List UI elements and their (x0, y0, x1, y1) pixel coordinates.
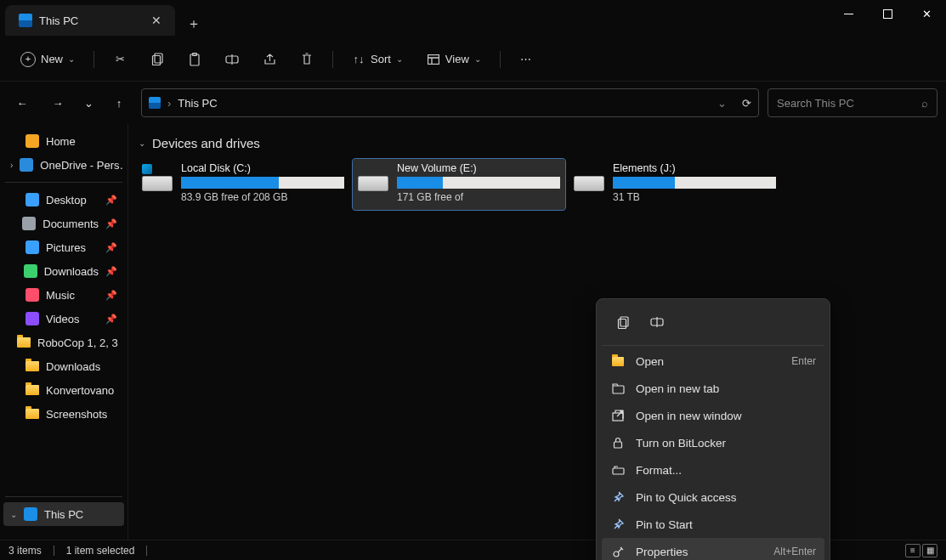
chevron-down-icon: ⌄ (68, 54, 75, 64)
drives-list: Local Disk (C:) 83.9 GB free of 208 GB N… (137, 159, 938, 210)
tiles-view-button[interactable]: ▦ (922, 544, 938, 557)
sidebar-item-this-pc[interactable]: ⌄ This PC (3, 502, 124, 526)
sort-button[interactable]: ↑↓ Sort ⌄ (343, 48, 411, 71)
svg-rect-3 (152, 56, 160, 65)
new-tab-button[interactable]: ＋ (175, 5, 212, 43)
view-button[interactable]: View ⌄ (418, 48, 490, 71)
address-bar[interactable]: › This PC ⌄ ⟳ (141, 88, 759, 117)
close-tab-icon[interactable]: ✕ (151, 14, 161, 27)
svg-rect-11 (613, 386, 624, 393)
pin-icon: 📌 (105, 195, 117, 206)
copy-icon (150, 53, 164, 66)
drive-item[interactable]: Elements (J:) 31 TB (569, 159, 781, 210)
window-controls: ✕ (829, 0, 946, 27)
delete-button[interactable] (292, 48, 322, 71)
ctx-lock[interactable]: Turn on BitLocker (602, 429, 824, 456)
chevron-down-icon: ⌄ (396, 54, 403, 64)
this-pc-icon (19, 14, 32, 27)
sidebar-item-home[interactable]: Home (3, 129, 124, 153)
sort-icon: ↑↓ (352, 53, 365, 66)
music-icon (25, 288, 39, 302)
drive-name: Elements (J:) (613, 162, 776, 174)
home-icon (25, 134, 39, 148)
ellipsis-icon: ⋯ (519, 53, 533, 66)
ctx-pin[interactable]: Pin to Start (602, 511, 824, 538)
ctx-pin[interactable]: Pin to Quick access (602, 484, 824, 511)
details-view-button[interactable]: ≡ (905, 544, 921, 557)
svg-rect-13 (615, 442, 622, 448)
sidebar-item-onedrive[interactable]: › OneDrive - Pers… (3, 153, 124, 177)
copy-button[interactable] (142, 48, 173, 71)
ctx-copy-button[interactable] (609, 309, 637, 335)
ctx-rename-button[interactable] (643, 309, 671, 335)
maximize-button[interactable] (868, 0, 907, 27)
chevron-right-icon: › (10, 161, 13, 170)
folder-icon (25, 359, 39, 373)
ctx-newwin[interactable]: Open in new window (602, 402, 824, 429)
chevron-down-icon: ⌄ (474, 54, 481, 64)
this-pc-icon (149, 97, 161, 109)
chevron-down-icon[interactable]: ⌄ (717, 97, 727, 110)
separator (93, 51, 94, 68)
group-header[interactable]: ⌄ Devices and drives (137, 131, 938, 159)
rename-button[interactable] (217, 48, 247, 71)
sidebar-item-music[interactable]: Music 📌 (3, 283, 124, 307)
sidebar-item-folder[interactable]: Screenshots (3, 402, 124, 426)
chevron-down-icon: ⌄ (10, 510, 17, 519)
ctx-props[interactable]: Properties Alt+Enter (602, 538, 824, 560)
up-button[interactable]: ↑ (105, 89, 133, 116)
new-button[interactable]: + New ⌄ (12, 47, 83, 72)
sidebar-item-label: Videos (46, 313, 80, 325)
address-location: This PC (178, 97, 217, 110)
tab-this-pc[interactable]: This PC ✕ (5, 5, 175, 36)
ctx-label: Pin to Start (636, 518, 693, 531)
folder-icon (25, 383, 39, 397)
sidebar-item-folder[interactable]: Konvertovano (3, 378, 124, 402)
paste-button[interactable] (179, 48, 210, 71)
pin-icon (610, 489, 626, 505)
sidebar-item-label: Konvertovano (46, 384, 114, 397)
sidebar-item-downloads[interactable]: Downloads 📌 (3, 259, 124, 283)
ctx-open[interactable]: Open Enter (602, 348, 824, 375)
drive-name: New Volume (E:) (397, 162, 560, 174)
drive-item[interactable]: New Volume (E:) 171 GB free of (353, 159, 565, 210)
forward-button[interactable]: → (44, 89, 71, 116)
videos-icon (25, 312, 39, 325)
minimize-button[interactable] (829, 0, 868, 27)
folder-icon (17, 336, 31, 349)
ctx-label: Format... (636, 464, 682, 477)
newtab-icon (610, 381, 626, 396)
search-input[interactable]: Search This PC ⌕ (768, 88, 938, 117)
share-button[interactable] (254, 48, 285, 71)
recent-locations-button[interactable]: ⌄ (80, 89, 97, 116)
drive-item[interactable]: Local Disk (C:) 83.9 GB free of 208 GB (137, 159, 349, 210)
ctx-label: Open in new window (636, 410, 742, 422)
drive-free-text: 31 TB (613, 191, 776, 203)
sidebar-item-label: Screenshots (46, 408, 107, 421)
svg-rect-9 (618, 319, 626, 328)
pictures-icon (25, 240, 39, 254)
separator (602, 345, 824, 346)
plus-icon: + (20, 52, 36, 67)
pin-icon (610, 517, 626, 532)
refresh-button[interactable]: ⟳ (742, 97, 751, 110)
ctx-label: Properties (636, 546, 688, 558)
sidebar-item-label: Downloads (46, 360, 100, 373)
close-window-button[interactable]: ✕ (907, 0, 946, 27)
more-button[interactable]: ⋯ (511, 48, 541, 71)
sidebar-item-documents[interactable]: Documents 📌 (3, 212, 124, 235)
open-icon (610, 354, 626, 369)
format-icon (610, 462, 626, 478)
documents-icon (22, 217, 36, 230)
svg-rect-2 (155, 54, 162, 63)
sidebar-item-folder[interactable]: RoboCop 1, 2, 3 (3, 331, 124, 354)
ctx-format[interactable]: Format... (602, 456, 824, 484)
sidebar-item-folder[interactable]: Downloads (3, 354, 124, 378)
sidebar-item-desktop[interactable]: Desktop 📌 (3, 188, 124, 212)
downloads-icon (24, 264, 37, 278)
sidebar-item-pictures[interactable]: Pictures 📌 (3, 235, 124, 259)
sidebar-item-videos[interactable]: Videos 📌 (3, 307, 124, 331)
ctx-newtab[interactable]: Open in new tab (602, 375, 824, 402)
cut-button[interactable]: ✂ (105, 48, 135, 71)
back-button[interactable]: ← (8, 89, 36, 116)
